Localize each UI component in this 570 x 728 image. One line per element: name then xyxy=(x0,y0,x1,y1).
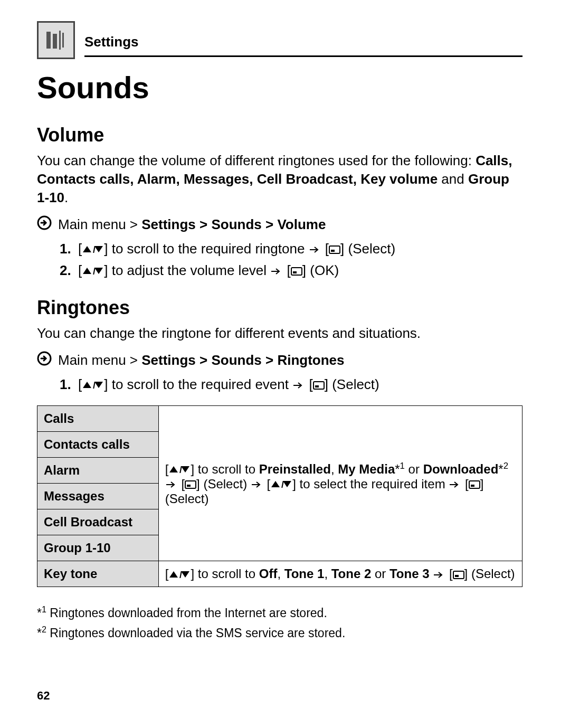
footnotes: *1 Ringtones downloaded from the Interne… xyxy=(37,603,522,642)
right-arrow-icon xyxy=(433,571,445,579)
softkey-icon xyxy=(291,267,302,276)
fn1-sup: 1 xyxy=(42,604,46,614)
svg-rect-2 xyxy=(59,31,61,50)
t-main-select2: (Select) xyxy=(165,491,209,506)
table-header-contacts: Contacts calls xyxy=(37,432,159,458)
svg-marker-28 xyxy=(283,481,291,487)
right-arrow-icon xyxy=(165,481,178,488)
section-heading-volume: Volume xyxy=(37,124,522,146)
right-arrow-icon xyxy=(292,382,305,389)
table-cell-main: [/] to scroll to Preinstalled, My Media*… xyxy=(158,406,522,561)
page: Settings Sounds Volume You can change th… xyxy=(0,0,570,728)
softkey-icon xyxy=(313,381,325,390)
svg-marker-5 xyxy=(83,246,91,252)
svg-marker-23 xyxy=(181,466,189,472)
nav-arrow-icon xyxy=(37,351,52,370)
header-row: Settings xyxy=(37,21,522,59)
header-label-wrap: Settings xyxy=(84,34,522,59)
up-down-icon: / xyxy=(270,480,292,489)
t-key-select: (Select) xyxy=(468,566,515,581)
volume-intro: You can change the volume of different r… xyxy=(37,152,522,207)
t-main-mid: to select the required item xyxy=(296,477,449,491)
svg-marker-18 xyxy=(94,382,103,388)
up-down-icon: / xyxy=(82,245,104,254)
softkey-icon xyxy=(185,480,196,489)
svg-marker-7 xyxy=(94,246,103,252)
svg-marker-26 xyxy=(271,481,280,487)
table-row: Key tone [/] to scroll to Off, Tone 1, T… xyxy=(37,561,522,587)
svg-marker-10 xyxy=(83,268,91,274)
table-cell-keytone: [/] to scroll to Off, Tone 1, Tone 2 or … xyxy=(158,561,522,587)
right-arrow-icon xyxy=(270,268,283,275)
t-key-e: , xyxy=(324,566,331,581)
svg-rect-0 xyxy=(46,32,51,49)
t-main-c: , xyxy=(331,462,338,476)
table-header-alarm: Alarm xyxy=(37,458,159,484)
up-down-icon: / xyxy=(82,267,104,276)
svg-marker-16 xyxy=(83,382,91,388)
table-header-keytone: Key tone xyxy=(37,561,159,587)
t-main-select1: (Select) xyxy=(200,477,251,491)
t-key-b: Off xyxy=(259,566,278,581)
volume-nav-line: Main menu > Settings > Sounds > Volume xyxy=(37,215,522,234)
settings-icon xyxy=(37,21,75,59)
section-heading-ringtones: Ringtones xyxy=(37,297,522,319)
svg-rect-20 xyxy=(315,385,319,387)
header-rule xyxy=(84,55,522,57)
svg-rect-9 xyxy=(331,250,335,252)
svg-rect-35 xyxy=(455,575,459,577)
volume-step-2: [/] to adjust the volume level [] (OK) xyxy=(75,260,522,281)
volume-step2-end: (OK) xyxy=(310,262,339,278)
table-row: Calls [/] to scroll to Preinstalled, My … xyxy=(37,406,522,432)
footnote-2: *2 Ringtones downloaded via the SMS serv… xyxy=(37,623,522,642)
t-key-h: Tone 3 xyxy=(390,566,430,581)
volume-intro-lead: You can change the volume of different r… xyxy=(37,153,476,168)
t-main-b: Preinstalled xyxy=(259,462,331,476)
nav-arrow-icon xyxy=(37,215,52,234)
fn1-mark: * xyxy=(37,606,42,620)
fn2-text: Ringtones downloaded via the SMS service… xyxy=(46,626,345,639)
right-arrow-icon xyxy=(309,246,321,253)
svg-rect-30 xyxy=(471,485,474,487)
footnote-1: *1 Ringtones downloaded from the Interne… xyxy=(37,603,522,622)
page-title: Sounds xyxy=(37,70,522,105)
up-down-icon: / xyxy=(168,465,191,475)
t-main-f: Downloaded xyxy=(423,462,499,476)
t-key-a: to scroll to xyxy=(194,566,259,581)
fn1-text: Ringtones downloaded from the Internet a… xyxy=(46,606,327,620)
t-key-f: Tone 2 xyxy=(331,566,372,581)
ringtones-nav-rest: Settings > Sounds > Ringtones xyxy=(141,352,344,368)
ringtones-intro: You can change the ringtone for differen… xyxy=(37,324,522,343)
volume-steps: [/] to scroll to the required ringtone [… xyxy=(37,238,522,281)
t-key-c: , xyxy=(277,566,284,581)
svg-marker-12 xyxy=(94,268,103,274)
up-down-icon: / xyxy=(82,381,104,390)
softkey-icon xyxy=(453,571,464,579)
svg-marker-21 xyxy=(169,466,178,472)
volume-intro-and: and xyxy=(438,171,468,187)
t-key-d: Tone 1 xyxy=(284,566,325,581)
volume-intro-period: . xyxy=(64,190,68,205)
t-main-e: or xyxy=(405,462,423,476)
ringtones-table: Calls [/] to scroll to Preinstalled, My … xyxy=(37,405,522,587)
ringtones-nav-main: Main menu > xyxy=(58,352,141,368)
ringtones-steps: [/] to scroll to the required event [] (… xyxy=(37,374,522,395)
up-down-icon: / xyxy=(168,570,191,580)
page-number: 62 xyxy=(37,689,50,703)
svg-rect-25 xyxy=(187,485,191,487)
volume-step1-end: (Select) xyxy=(348,241,396,257)
table-header-cellbroadcast: Cell Broadcast xyxy=(37,509,159,535)
volume-step2-mid: to adjust the volume level xyxy=(112,262,271,278)
right-arrow-icon xyxy=(251,481,263,488)
fn2-mark: * xyxy=(37,626,42,639)
header-label: Settings xyxy=(84,34,522,53)
table-header-group: Group 1-10 xyxy=(37,535,159,561)
volume-step1-mid: to scroll to the required ringtone xyxy=(112,241,309,257)
volume-nav-rest: Settings > Sounds > Volume xyxy=(141,216,326,232)
svg-marker-31 xyxy=(169,571,178,578)
svg-marker-33 xyxy=(181,571,189,578)
t-main-a: to scroll to xyxy=(194,462,259,476)
softkey-icon xyxy=(329,245,340,254)
svg-rect-3 xyxy=(62,33,64,48)
ringtones-step1-mid: to scroll to the required event xyxy=(112,376,293,392)
